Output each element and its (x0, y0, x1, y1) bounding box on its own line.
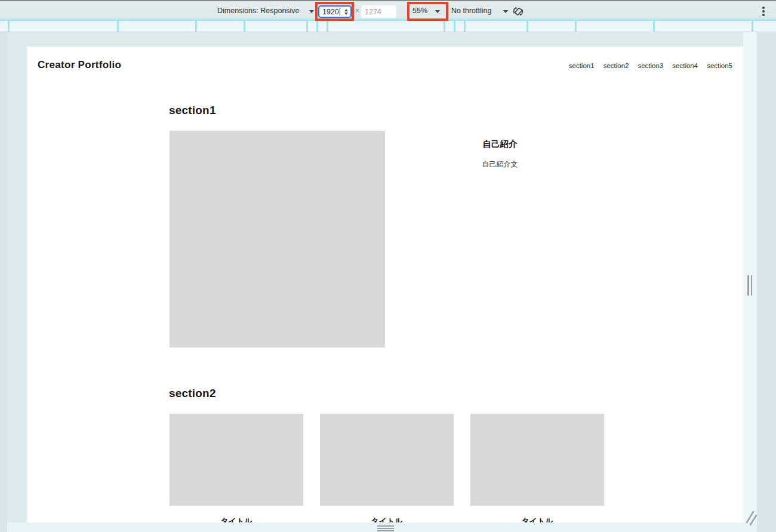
site-brand: Creator Portfolio (38, 59, 121, 71)
nav-link-section3[interactable]: section3 (638, 62, 663, 69)
kebab-dot (762, 10, 765, 13)
viewport-height-input[interactable]: 1274 (361, 5, 396, 18)
dimension-separator: × (355, 7, 359, 15)
canvas-right-band (757, 32, 776, 532)
intro-body: 自己紹介文 (448, 160, 552, 168)
card: タイトル (170, 414, 303, 522)
viewport-resize-handle-corner[interactable] (745, 510, 758, 529)
zoom-select[interactable]: 55% (412, 7, 427, 15)
nav-link-section1[interactable]: section1 (569, 62, 595, 69)
intro-title: 自己紹介 (448, 139, 552, 149)
kebab-dot (762, 14, 765, 16)
section2-heading: section2 (169, 388, 216, 399)
viewport-height-value: 1274 (365, 8, 381, 16)
handle-bar (747, 275, 749, 296)
throttling-select[interactable]: No throttling (451, 7, 491, 15)
kebab-dot (762, 7, 765, 9)
media-query-segment[interactable] (445, 21, 454, 32)
media-query-ruler (0, 20, 776, 32)
viewport-width-value: 1920 (322, 8, 339, 16)
media-query-segment[interactable] (308, 21, 316, 32)
canvas-left-margin (0, 32, 7, 532)
rotate-viewport-button[interactable] (511, 4, 525, 19)
dimensions-select[interactable]: Dimensions: Responsive (217, 7, 300, 15)
media-query-segment[interactable] (119, 21, 195, 32)
media-query-segment[interactable] (10, 21, 117, 32)
media-query-segment[interactable] (753, 21, 776, 32)
handle-bar (377, 528, 394, 529)
text-cursor (340, 8, 340, 16)
media-query-segment[interactable] (577, 21, 653, 32)
media-query-segment[interactable] (655, 21, 752, 32)
card-caption: タイトル (170, 516, 303, 522)
chevron-down-icon (435, 10, 440, 13)
media-query-segment[interactable] (466, 21, 526, 32)
device-mode-canvas: Creator Portfolio section1 section2 sect… (0, 32, 776, 532)
window-top-edge (0, 0, 776, 1)
card-image-placeholder (170, 414, 303, 506)
stepper-up-icon (344, 9, 348, 11)
chevron-down-icon (503, 10, 508, 13)
media-query-segment[interactable] (197, 21, 244, 32)
diagonal-resize-icon (745, 510, 758, 527)
rotate-device-icon (511, 4, 525, 19)
card-image-placeholder (470, 414, 604, 506)
more-options-button[interactable] (762, 7, 765, 16)
site-nav: section1 section2 section3 section4 sect… (569, 62, 732, 69)
intro-block: 自己紹介 自己紹介文 (448, 139, 552, 168)
emulated-page: Creator Portfolio section1 section2 sect… (27, 47, 743, 522)
nav-link-section4[interactable]: section4 (672, 62, 698, 69)
card-caption: タイトル (470, 516, 604, 522)
viewport-resize-handle-right[interactable] (747, 275, 752, 296)
handle-bar (377, 530, 394, 531)
media-query-segment[interactable] (328, 21, 444, 32)
section1-image-placeholder (170, 131, 385, 348)
nav-link-section5[interactable]: section5 (707, 62, 732, 69)
handle-bar (377, 525, 394, 527)
nav-link-section2[interactable]: section2 (603, 62, 629, 69)
media-query-segment[interactable] (318, 21, 327, 32)
card: タイトル (320, 414, 454, 522)
media-query-segment[interactable] (455, 21, 464, 32)
media-query-segment[interactable] (0, 21, 8, 32)
viewport-width-input[interactable]: 1920 (318, 5, 352, 18)
device-toolbar: Dimensions: Responsive 1920 × 1274 55% N… (0, 1, 776, 20)
chevron-down-icon (309, 10, 314, 13)
card-caption: タイトル (320, 516, 454, 522)
viewport-resize-handle-bottom[interactable] (377, 525, 394, 531)
devtools-device-mode: Dimensions: Responsive 1920 × 1274 55% N… (0, 0, 776, 532)
card-image-placeholder (320, 414, 454, 506)
card: タイトル (470, 414, 604, 522)
section2-cards: タイトル タイトル タイトル (170, 414, 604, 522)
stepper-down-icon (344, 13, 348, 15)
media-query-segment[interactable] (528, 21, 575, 32)
section1-heading: section1 (169, 104, 216, 116)
media-query-segment[interactable] (245, 21, 306, 32)
handle-bar (751, 275, 753, 296)
width-stepper[interactable] (343, 9, 348, 15)
